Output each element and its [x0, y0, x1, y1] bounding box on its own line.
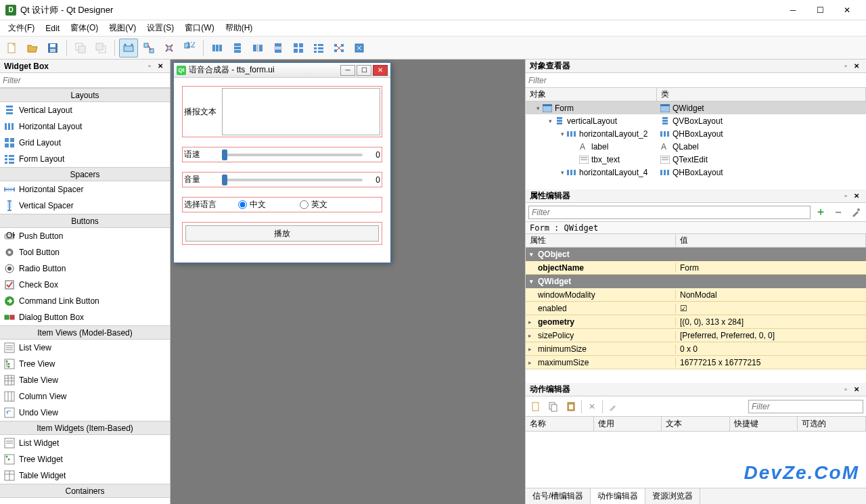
tab-resource-browser[interactable]: 资源浏览器	[645, 488, 700, 504]
prop-header-value[interactable]: 值	[676, 234, 866, 247]
speed-slider[interactable]	[222, 154, 363, 156]
property-filter[interactable]	[528, 206, 811, 219]
widget-command-link[interactable]: Command Link Button	[0, 293, 170, 309]
menu-settings[interactable]: 设置(S)	[141, 21, 179, 36]
dock-float-button[interactable]: ▫	[840, 191, 851, 202]
form-close[interactable]: ✕	[373, 65, 388, 76]
dock-float-button[interactable]: ▫	[144, 61, 155, 72]
add-property-button[interactable]: ＋	[813, 205, 828, 220]
property-row[interactable]: objectNameForm	[526, 261, 866, 275]
menu-view[interactable]: 视图(V)	[104, 21, 141, 36]
widget-table-widget[interactable]: Table Widget	[0, 467, 170, 484]
widget-list-widget[interactable]: List Widget	[0, 435, 170, 451]
object-header-class[interactable]: 类	[657, 88, 866, 101]
widget-undo-view[interactable]: Undo View	[0, 405, 170, 421]
property-group[interactable]: ▾QWidget	[526, 275, 866, 288]
widget-vertical-layout[interactable]: Vertical Layout	[0, 102, 170, 118]
widgetbox-cat-itemviews[interactable]: Item Views (Model-Based)	[0, 325, 170, 340]
widget-form-layout[interactable]: Form Layout	[0, 151, 170, 167]
widget-table-view[interactable]: Table View	[0, 372, 170, 388]
tree-row[interactable]: tbx_textQTextEdit	[526, 153, 866, 166]
widget-grid-layout[interactable]: Grid Layout	[0, 135, 170, 151]
widgetbox-cat-spacers[interactable]: Spacers	[0, 167, 170, 181]
form-row-volume[interactable]: 音量 0	[182, 172, 382, 187]
dock-close-button[interactable]: ✕	[851, 384, 862, 395]
menu-help[interactable]: 帮助(H)	[220, 21, 258, 36]
prop-header-property[interactable]: 属性	[526, 234, 676, 247]
widget-tree-view[interactable]: Tree View	[0, 356, 170, 372]
layout-v-button[interactable]	[228, 39, 247, 58]
dock-close-button[interactable]: ✕	[851, 61, 862, 72]
menu-edit[interactable]: Edit	[40, 21, 65, 36]
layout-hsplit-button[interactable]	[248, 39, 267, 58]
widget-column-view[interactable]: Column View	[0, 388, 170, 405]
form-row-language[interactable]: 选择语言 中文 英文	[182, 197, 382, 212]
bring-front-button[interactable]	[91, 39, 110, 58]
widget-list-view[interactable]: List View	[0, 340, 170, 356]
copy-action-button[interactable]	[546, 399, 561, 414]
widget-tree-widget[interactable]: Tree Widget	[0, 451, 170, 467]
action-header-checkable[interactable]: 可选的	[798, 417, 866, 431]
widget-radio-button[interactable]: Radio Button	[0, 260, 170, 277]
layout-vsplit-button[interactable]	[269, 39, 288, 58]
tree-row[interactable]: ▾horizontalLayout_2QHBoxLayout	[526, 127, 866, 140]
form-window[interactable]: Qt 语音合成器 - tts_form.ui ─ ☐ ✕ 播报文本 语速 0 音…	[173, 62, 391, 263]
property-row[interactable]: ▸minimumSize0 x 0	[526, 342, 866, 356]
volume-slider[interactable]	[222, 179, 363, 181]
tab-action-editor[interactable]: 动作编辑器	[591, 488, 645, 504]
radio-english[interactable]: 英文	[300, 199, 327, 210]
property-row[interactable]: windowModalityNonModal	[526, 288, 866, 302]
layout-grid-button[interactable]	[289, 39, 308, 58]
action-header-name[interactable]: 名称	[526, 417, 594, 431]
new-action-button[interactable]	[528, 399, 543, 414]
edit-widgets-button[interactable]	[119, 39, 138, 58]
tree-row[interactable]: ▾FormQWidget	[526, 101, 866, 114]
radio-chinese[interactable]: 中文	[238, 199, 266, 210]
property-row[interactable]: ▸sizePolicy[Preferred, Preferred, 0, 0]	[526, 329, 866, 342]
form-row-text[interactable]: 播报文本	[182, 86, 382, 137]
remove-property-button[interactable]: −	[831, 205, 846, 220]
action-header-text[interactable]: 文本	[662, 417, 730, 431]
form-minimize[interactable]: ─	[340, 65, 355, 76]
save-button[interactable]	[43, 39, 62, 58]
property-row[interactable]: ▸geometry[(0, 0), 313 x 284]	[526, 315, 866, 329]
form-maximize[interactable]: ☐	[357, 65, 371, 76]
widgetbox-cat-layouts[interactable]: Layouts	[0, 88, 170, 102]
minimize-button[interactable]: ─	[779, 1, 806, 20]
widget-tool-button[interactable]: Tool Button	[0, 244, 170, 260]
widgetbox-cat-itemwidgets[interactable]: Item Widgets (Item-Based)	[0, 421, 170, 435]
tree-row[interactable]: ▾horizontalLayout_4QHBoxLayout	[526, 166, 866, 179]
form-row-play[interactable]: 播放	[182, 222, 382, 245]
widget-dialog-button-box[interactable]: Dialog Button Box	[0, 309, 170, 325]
send-back-button[interactable]	[71, 39, 90, 58]
layout-form-button[interactable]	[309, 39, 328, 58]
widget-check-box[interactable]: Check Box	[0, 277, 170, 293]
widget-push-button[interactable]: OKPush Button	[0, 228, 170, 244]
layout-h-button[interactable]	[208, 39, 227, 58]
adjust-size-button[interactable]	[350, 39, 369, 58]
dock-close-button[interactable]: ✕	[851, 191, 862, 202]
form-row-speed[interactable]: 语速 0	[182, 147, 382, 162]
widget-vertical-spacer[interactable]: Vertical Spacer	[0, 198, 170, 214]
widgetbox-cat-containers[interactable]: Containers	[0, 484, 170, 498]
property-config-button[interactable]	[848, 205, 863, 220]
action-list[interactable]	[526, 432, 866, 488]
close-button[interactable]: ✕	[834, 1, 861, 20]
dock-float-button[interactable]: ▫	[840, 384, 851, 395]
action-filter[interactable]	[748, 400, 863, 413]
tab-signal-slot[interactable]: 信号/槽编辑器	[526, 488, 591, 504]
play-button[interactable]: 播放	[185, 225, 379, 242]
widget-horizontal-spacer[interactable]: Horizontal Spacer	[0, 181, 170, 198]
configure-action-button[interactable]	[606, 399, 620, 414]
edit-signals-button[interactable]	[139, 39, 158, 58]
menu-form[interactable]: 窗体(O)	[65, 21, 104, 36]
property-list[interactable]: ▾QObjectobjectNameForm▾QWidgetwindowModa…	[526, 248, 866, 383]
break-layout-button[interactable]	[329, 39, 348, 58]
object-tree[interactable]: ▾FormQWidget▾verticalLayoutQVBoxLayout▾h…	[526, 101, 866, 189]
new-button[interactable]	[3, 39, 22, 58]
menu-file[interactable]: 文件(F)	[3, 21, 40, 36]
widget-horizontal-layout[interactable]: Horizontal Layout	[0, 118, 170, 135]
property-row[interactable]: enabled☑	[526, 302, 866, 315]
tree-row[interactable]: ▾verticalLayoutQVBoxLayout	[526, 114, 866, 127]
edit-tab-order-button[interactable]: 123	[180, 39, 199, 58]
